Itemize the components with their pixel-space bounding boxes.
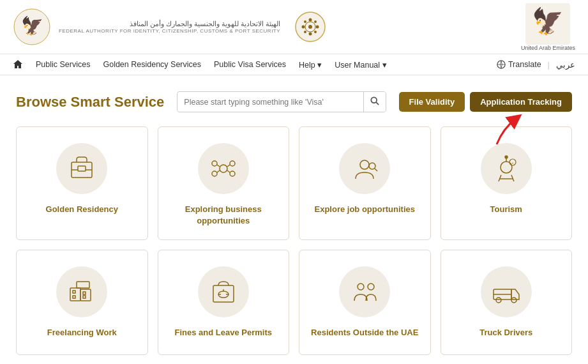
explore-job-icon-circle: [339, 143, 390, 194]
search-icon: [370, 96, 379, 105]
service-label-exploring-business: Exploring business opportunities: [168, 204, 280, 227]
truck-icon: [491, 277, 522, 307]
service-card-tourism[interactable]: + Tourism: [441, 126, 573, 240]
nav-arabic[interactable]: عربي: [556, 60, 575, 70]
service-label-explore-job: Explore job opportunities: [315, 204, 415, 215]
truck-drivers-icon-circle: [481, 266, 532, 317]
service-label-residents-outside: Residents Outside the UAE: [311, 327, 418, 338]
svg-line-31: [227, 171, 230, 172]
svg-point-56: [496, 298, 501, 303]
page-header: 🦅 الهيئة الاتحادية للهوية والجنسية والجم…: [0, 0, 588, 54]
translate-button[interactable]: Translate: [497, 60, 541, 69]
nav-public-services[interactable]: Public Services: [36, 60, 90, 69]
tourism-icon-circle: +: [481, 143, 532, 194]
svg-point-17: [371, 97, 377, 103]
service-card-fines-leave[interactable]: Fines and Leave Permits: [158, 250, 290, 355]
nav-home[interactable]: [13, 59, 23, 70]
svg-rect-48: [213, 285, 234, 302]
residents-icon: [349, 277, 380, 307]
translate-icon: [497, 60, 506, 69]
svg-point-7: [302, 26, 305, 29]
logo-text-block: الهيئة الاتحادية للهوية والجنسية والجمار…: [59, 20, 280, 34]
service-label-truck-drivers: Truck Drivers: [479, 327, 532, 338]
svg-line-34: [375, 169, 377, 171]
search-container: [177, 91, 386, 112]
search-input[interactable]: [177, 93, 363, 111]
fines-icon-circle: [198, 266, 249, 317]
nav-user-manual[interactable]: User Manual ▾: [335, 60, 386, 70]
svg-point-6: [309, 33, 312, 36]
svg-point-27: [230, 171, 235, 176]
svg-point-24: [212, 161, 217, 166]
svg-point-26: [212, 171, 217, 176]
service-card-truck-drivers[interactable]: Truck Drivers: [441, 250, 573, 355]
svg-rect-43: [73, 296, 75, 298]
svg-rect-44: [77, 282, 89, 288]
svg-rect-20: [78, 166, 86, 171]
tourism-icon: +: [491, 153, 522, 184]
svg-point-35: [501, 162, 512, 173]
svg-text:+: +: [511, 161, 514, 165]
svg-rect-41: [70, 288, 80, 301]
services-grid: Golden Residency Exploring business oppo…: [16, 126, 572, 355]
eagle-logo-icon: 🦅: [13, 8, 51, 46]
uae-emblem-icon: 🦅: [525, 3, 570, 45]
browse-header-row: Browse Smart Service File Validity Appli…: [16, 91, 572, 112]
logo-arabic-text: الهيئة الاتحادية للهوية والجنسية والجمار…: [59, 20, 280, 28]
svg-point-54: [368, 284, 374, 290]
nav-public-visa-services[interactable]: Public Visa Services: [214, 60, 286, 69]
svg-point-12: [304, 31, 306, 33]
home-icon: [13, 59, 23, 70]
action-buttons: File Validity Application Tracking: [399, 92, 572, 112]
seal-icon: [294, 11, 326, 43]
nav-help[interactable]: Help ▾: [299, 60, 322, 70]
job-icon: [349, 153, 380, 184]
nav-right-items: Translate | عربي: [497, 60, 575, 70]
svg-point-23: [220, 165, 227, 172]
header-logo-area: 🦅 الهيئة الاتحادية للهوية والجنسية والجم…: [13, 8, 326, 46]
logo-english-text: FEDERAL AUTHORITY FOR IDENTITY, CITIZENS…: [59, 28, 280, 34]
service-card-golden-residency[interactable]: Golden Residency: [16, 126, 148, 240]
service-card-exploring-business[interactable]: Exploring business opportunities: [158, 126, 290, 240]
file-validity-button[interactable]: File Validity: [399, 92, 465, 112]
service-card-freelancing[interactable]: Freelancing Work: [16, 250, 148, 355]
service-label-tourism: Tourism: [490, 204, 522, 215]
service-card-residents-outside[interactable]: Residents Outside the UAE: [299, 250, 431, 355]
svg-point-53: [358, 284, 364, 290]
exploring-business-icon-circle: [198, 143, 249, 194]
main-content: Browse Smart Service File Validity Appli…: [0, 75, 588, 364]
search-button[interactable]: [363, 92, 386, 112]
svg-line-28: [217, 165, 220, 167]
svg-line-18: [376, 102, 379, 105]
app-tracking-button[interactable]: Application Tracking: [470, 92, 572, 112]
service-card-explore-job[interactable]: Explore job opportunities: [299, 126, 431, 240]
service-label-golden-residency: Golden Residency: [46, 204, 118, 215]
residents-outside-icon-circle: [339, 266, 390, 317]
svg-point-37: [505, 156, 508, 158]
svg-point-8: [316, 26, 319, 29]
nav-golden-residency-services[interactable]: Golden Residency Services: [103, 60, 201, 69]
golden-residency-icon-circle: [56, 143, 107, 194]
svg-text:🦅: 🦅: [532, 6, 564, 36]
svg-point-4: [308, 25, 312, 29]
translate-label: Translate: [508, 60, 541, 69]
header-emblem-area: 🦅 United Arab Emirates: [521, 3, 575, 51]
svg-point-57: [511, 298, 516, 303]
svg-text:🦅: 🦅: [21, 15, 43, 36]
main-navbar: Public Services Golden Residency Service…: [0, 54, 588, 75]
service-label-fines-leave: Fines and Leave Permits: [175, 327, 272, 338]
freelancing-icon-circle: [56, 266, 107, 317]
browse-title: Browse Smart Service: [16, 94, 164, 110]
svg-point-33: [369, 163, 375, 169]
service-label-freelancing: Freelancing Work: [47, 327, 117, 338]
svg-line-29: [227, 165, 230, 167]
svg-point-25: [230, 161, 235, 166]
svg-point-9: [304, 20, 306, 23]
svg-point-32: [360, 160, 369, 169]
svg-rect-46: [83, 292, 86, 294]
nav-divider: |: [548, 60, 550, 70]
svg-line-30: [217, 171, 220, 172]
svg-point-10: [314, 31, 317, 33]
uae-label-text: United Arab Emirates: [521, 45, 575, 51]
svg-rect-45: [80, 289, 91, 301]
